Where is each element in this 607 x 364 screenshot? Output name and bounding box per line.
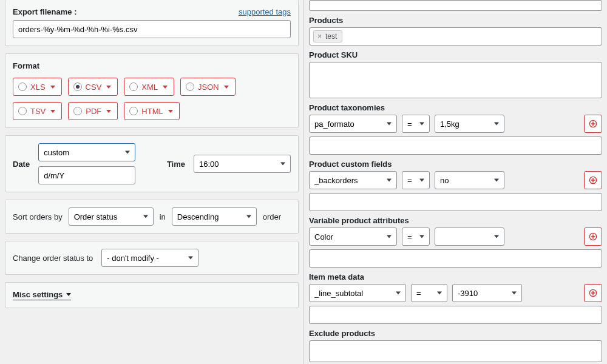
varattr-label: Variable product attributes — [309, 216, 602, 225]
format-option-xls[interactable]: XLS — [13, 78, 62, 96]
radio-icon — [129, 83, 138, 91]
sort-panel: Sort orders by Order status in Descendin… — [5, 200, 299, 234]
close-icon[interactable]: × — [317, 32, 322, 41]
itemmeta-add-button[interactable] — [584, 284, 602, 302]
time-label: Time — [167, 160, 185, 169]
custom-val-select[interactable]: no — [435, 171, 504, 189]
format-option-label: PDF — [86, 107, 101, 116]
varattr-add-button[interactable] — [584, 228, 602, 246]
chevron-down-icon — [163, 86, 168, 89]
format-panel: Format XLSCSVXMLJSONTSVPDFHTML — [5, 53, 299, 128]
top-empty-box[interactable] — [309, 0, 602, 11]
format-label: Format — [13, 61, 291, 70]
chevron-down-icon — [66, 293, 71, 296]
format-option-csv[interactable]: CSV — [68, 78, 118, 96]
sort-label-post: order — [263, 212, 281, 221]
change-status-select[interactable]: - don't modify - — [101, 249, 198, 267]
plus-icon — [589, 120, 597, 128]
format-option-label: HTML — [141, 107, 163, 116]
custom-fields-label: Product custom fields — [309, 160, 602, 169]
format-option-html[interactable]: HTML — [124, 102, 179, 120]
itemmeta-filter-row: _line_subtotal = -3910 — [309, 284, 602, 302]
custom-result-box[interactable] — [309, 193, 602, 211]
itemmeta-field-select[interactable]: _line_subtotal — [309, 284, 406, 302]
date-label: Date — [13, 160, 30, 169]
products-label: Products — [309, 16, 602, 25]
chevron-down-icon — [168, 110, 173, 113]
format-option-label: XLS — [30, 83, 46, 92]
chevron-down-icon — [106, 86, 111, 89]
varattr-val-select[interactable] — [435, 228, 504, 246]
tax-add-button[interactable] — [584, 115, 602, 133]
misc-settings-toggle[interactable]: Misc settings — [13, 290, 71, 300]
tax-field-select[interactable]: pa_formato — [309, 115, 397, 133]
radio-icon — [18, 83, 27, 91]
sort-label-pre: Sort orders by — [13, 212, 63, 221]
product-tag-text: test — [325, 32, 337, 41]
sort-field-select[interactable]: Order status — [69, 207, 154, 226]
export-filename-panel: Export filename : supported tags — [5, 0, 299, 46]
custom-op-select[interactable]: = — [402, 171, 430, 189]
sku-input[interactable] — [309, 62, 602, 98]
format-option-pdf[interactable]: PDF — [68, 102, 118, 120]
radio-icon — [129, 107, 138, 115]
exclude-label: Exclude products — [309, 329, 602, 338]
product-tag[interactable]: × test — [313, 30, 342, 42]
sort-label-in: in — [160, 212, 166, 221]
format-option-label: JSON — [198, 83, 219, 92]
export-filename-input[interactable] — [13, 20, 291, 38]
format-option-json[interactable]: JSON — [180, 78, 236, 96]
date-mode-select[interactable]: custom — [38, 143, 135, 161]
taxonomies-label: Product taxonomies — [309, 103, 602, 112]
format-option-tsv[interactable]: TSV — [13, 102, 62, 120]
radio-icon — [73, 107, 82, 115]
custom-filter-row: _backorders = no — [309, 171, 602, 189]
varattr-field-select[interactable]: Color — [309, 228, 397, 246]
change-status-label: Change order status to — [13, 254, 93, 263]
time-select[interactable]: 16:00 — [194, 155, 291, 173]
custom-add-button[interactable] — [584, 171, 602, 189]
change-status-panel: Change order status to - don't modify - — [5, 241, 299, 275]
sort-direction-select[interactable]: Descending — [172, 207, 257, 226]
chevron-down-icon — [50, 110, 55, 113]
radio-icon — [186, 83, 194, 91]
exclude-products-input[interactable] — [309, 340, 602, 362]
plus-icon — [589, 232, 597, 241]
date-format-input[interactable] — [38, 166, 135, 184]
itemmeta-val-select[interactable]: -3910 — [452, 284, 522, 302]
chevron-down-icon — [50, 86, 55, 89]
radio-icon — [73, 83, 82, 91]
export-filename-label: Export filename : — [13, 7, 76, 16]
taxonomies-result-box[interactable] — [309, 136, 602, 155]
plus-icon — [589, 176, 597, 184]
itemmeta-op-select[interactable]: = — [411, 284, 447, 302]
chevron-down-icon — [224, 86, 229, 89]
plus-icon — [589, 289, 597, 297]
format-option-label: CSV — [86, 83, 102, 92]
itemmeta-label: Item meta data — [309, 272, 602, 281]
sku-label: Product SKU — [309, 50, 602, 59]
misc-settings-label: Misc settings — [13, 290, 63, 299]
date-time-panel: Date custom Time 16:00 — [5, 135, 299, 192]
varattr-result-box[interactable] — [309, 249, 602, 268]
varattr-filter-row: Color = — [309, 228, 602, 246]
format-option-label: XML — [141, 83, 158, 92]
format-option-label: TSV — [30, 107, 46, 116]
format-option-xml[interactable]: XML — [124, 78, 174, 96]
tax-op-select[interactable]: = — [402, 115, 430, 133]
varattr-op-select[interactable]: = — [402, 228, 430, 246]
misc-settings-panel: Misc settings — [5, 282, 299, 308]
tax-val-select[interactable]: 1,5kg — [435, 115, 504, 133]
itemmeta-result-box[interactable] — [309, 306, 602, 324]
products-tag-input[interactable]: × test — [309, 27, 602, 46]
supported-tags-link[interactable]: supported tags — [239, 7, 291, 16]
chevron-down-icon — [106, 110, 111, 113]
custom-field-select[interactable]: _backorders — [309, 171, 397, 189]
radio-icon — [18, 107, 27, 115]
taxonomies-filter-row: pa_formato = 1,5kg — [309, 115, 602, 133]
